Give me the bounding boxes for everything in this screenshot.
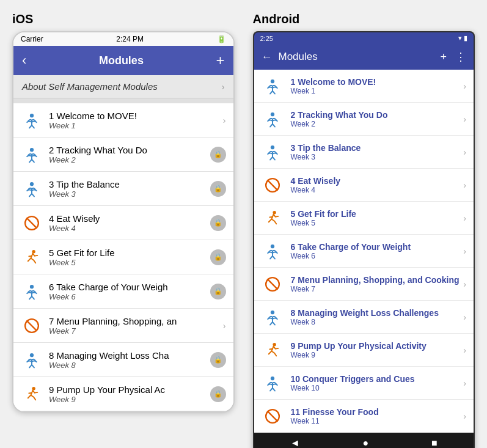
ios-item-subtitle-7: Week 7 [49,326,223,336]
svg-line-7 [32,159,34,162]
android-list-item-7[interactable]: 7 Menu Planning, Shopping, and CookingWe… [254,268,474,301]
android-recents-nav[interactable]: ■ [431,438,438,448]
ios-item-title-5: 5 Get Fit for Life [49,248,210,258]
svg-line-55 [273,387,275,391]
ios-list-item-8[interactable]: 8 Managing Weight Loss ChaWeek 8🔒 [13,343,233,377]
ios-item-title-2: 2 Tracking What You Do [49,145,210,155]
svg-point-14 [32,249,35,252]
android-item-subtitle-6: Week 6 [291,252,464,260]
android-item-text-6: 6 Take Charge of Your WeightWeek 6 [291,242,464,260]
ios-item-text-1: 1 Welcome to MOVE!Week 1 [49,111,223,130]
ios-status-bar: Carrier 2:24 PM 🔋 [13,32,233,46]
android-item-title-7: 7 Menu Planning, Shopping, and Cooking [291,275,464,285]
ios-item-text-6: 6 Take Charge of Your WeighWeek 6 [49,282,210,301]
android-back-nav[interactable]: ◄ [290,438,300,448]
android-item-subtitle-1: Week 1 [291,87,464,95]
android-item-title-10: 10 Conquer Triggers and Cues [291,374,464,384]
ios-about-chevron: › [222,82,225,92]
ios-list-item-7[interactable]: 7 Menu Planning, Shopping, anWeek 7› [13,309,233,343]
lock-icon: 🔒 [210,386,226,402]
ios-item-right-3: 🔒 [210,181,226,197]
svg-point-25 [32,386,35,389]
android-list-item-8[interactable]: 8 Managing Weight Loss ChallengesWeek 8› [254,301,474,334]
ios-item-text-4: 4 Eat WiselyWeek 4 [49,213,210,233]
lock-icon: 🔒 [210,249,226,265]
ios-list-item-3[interactable]: 3 Tip the BalanceWeek 3🔒 [13,172,233,206]
ios-item-subtitle-6: Week 6 [49,292,210,301]
android-item-subtitle-5: Week 5 [291,219,464,227]
svg-point-21 [30,353,34,357]
ios-list-item-5[interactable]: 5 Get Fit for LifeWeek 5🔒 [13,240,233,274]
lock-icon: 🔒 [210,147,226,163]
ios-nav-bar: ‹ Modules + [13,46,233,75]
android-list-item-11[interactable]: 11 Finesse Your FoodWeek 11› [254,400,474,433]
meditation-icon-android [262,372,284,394]
android-item-subtitle-7: Week 7 [291,285,464,293]
ios-nav-title: Modules [99,54,144,67]
no-icon-android [262,405,284,427]
svg-line-29 [273,90,275,94]
meditation-icon [21,178,43,200]
ios-item-text-2: 2 Tracking What You DoWeek 2 [49,145,210,164]
android-item-text-7: 7 Menu Planning, Shopping, and CookingWe… [291,275,464,293]
svg-point-52 [270,376,274,380]
android-list-item-3[interactable]: 3 Tip the BalanceWeek 3› [254,136,474,169]
android-item-subtitle-9: Week 9 [291,351,464,359]
meditation-icon-android [262,108,284,130]
android-list-item-2[interactable]: 2 Tracking What You DoWeek 2› [254,103,474,136]
meditation-icon [21,281,43,303]
ios-list-item-4[interactable]: 4 Eat WiselyWeek 4🔒 [13,206,233,240]
android-list-item-6[interactable]: 6 Take Charge of Your WeightWeek 6› [254,235,474,268]
runner-icon-android [262,339,284,361]
android-chevron-9: › [463,345,466,355]
android-item-text-5: 5 Get Fit for LifeWeek 5 [291,209,464,227]
android-item-title-6: 6 Take Charge of Your Weight [291,242,464,252]
android-list-item-10[interactable]: 10 Conquer Triggers and CuesWeek 10› [254,367,474,400]
android-home-nav[interactable]: ● [362,438,368,448]
no-icon [21,315,43,337]
android-list: 1 Welcome to MOVE!Week 1› 2 Tracking Wha… [254,70,474,433]
svg-line-57 [267,411,277,421]
svg-line-39 [267,180,277,190]
ios-item-subtitle-8: Week 8 [49,361,210,370]
android-item-text-4: 4 Eat WiselyWeek 4 [291,176,464,194]
svg-line-46 [267,279,277,289]
android-item-text-2: 2 Tracking What You DoWeek 2 [291,110,464,128]
ios-battery: 🔋 [217,35,226,43]
svg-point-8 [30,182,34,186]
ios-item-right-8: 🔒 [210,352,226,368]
android-list-item-1[interactable]: 1 Welcome to MOVE!Week 1› [254,70,474,103]
android-status-bar: 2:25 ▾ ▮ [254,32,474,44]
ios-item-text-5: 5 Get Fit for LifeWeek 5 [49,248,210,267]
meditation-icon-android [262,141,284,163]
svg-point-41 [270,244,274,248]
ios-time: 2:24 PM [116,35,144,43]
lock-icon: 🔒 [210,284,226,299]
android-add-button[interactable]: + [440,51,447,64]
android-item-text-10: 10 Conquer Triggers and CuesWeek 10 [291,374,464,392]
ios-list-item-1[interactable]: 1 Welcome to MOVE!Week 1› [13,103,233,138]
android-list-item-9[interactable]: 9 Pump Up Your Physical ActivityWeek 9› [254,334,474,367]
android-back-button[interactable]: ← [262,51,273,64]
ios-back-button[interactable]: ‹ [22,53,26,68]
android-chevron-11: › [463,411,466,421]
runner-icon [21,383,43,405]
ios-item-right-9: 🔒 [210,386,226,402]
android-list-item-4[interactable]: 4 Eat WiselyWeek 4› [254,169,474,202]
ios-list-item-6[interactable]: 6 Take Charge of Your WeighWeek 6🔒 [13,274,233,309]
ios-item-subtitle-1: Week 1 [49,121,223,130]
ios-item-text-8: 8 Managing Weight Loss ChaWeek 8 [49,350,210,370]
android-item-text-3: 3 Tip the BalanceWeek 3 [291,143,464,161]
ios-add-button[interactable]: + [216,52,224,69]
android-nav-title: Modules [279,51,434,63]
android-list-item-5[interactable]: 5 Get Fit for LifeWeek 5› [254,202,474,235]
ios-about-text: About Self Management Modules [22,81,158,92]
android-nav-actions: + ⋮ [440,50,466,64]
ios-about-row[interactable]: About Self Management Modules › [13,75,233,98]
lock-icon: 🔒 [210,181,226,197]
ios-list-item-2[interactable]: 2 Tracking What You DoWeek 2🔒 [13,138,233,172]
ios-list-item-9[interactable]: 9 Pump Up Your Physical AcWeek 9🔒 [13,377,233,411]
ios-item-text-9: 9 Pump Up Your Physical AcWeek 9 [49,384,210,404]
svg-line-50 [273,321,275,325]
android-more-button[interactable]: ⋮ [455,50,466,64]
